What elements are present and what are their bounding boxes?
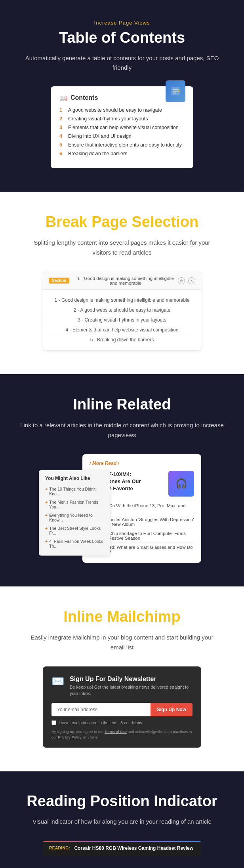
more-read-header: / More Read / (90, 461, 194, 466)
break-header-text: 1 - Good design is making something inte… (73, 276, 178, 286)
mailchimp-form-row: Sign Up Now (51, 703, 193, 716)
break-list-item-3: 3 - Creating visual rhythms in your layo… (50, 315, 194, 325)
section4-title: Inline Mailchimp (24, 608, 220, 625)
section2-subtitle: Splitting lengthy content into several p… (24, 238, 220, 258)
section3-subtitle: Link to a relevant articles in the middl… (16, 420, 228, 440)
break-icons: ⚙ ✕ (178, 277, 195, 284)
section5-subtitle: Visual indicator of how far along you ar… (16, 817, 228, 827)
mailchimp-terms: By signing up, you agree to our Terms of… (51, 729, 193, 740)
toc-num-6: 6 (59, 151, 65, 156)
sidebar-link-5[interactable]: 4! Paris Fashion Week Looks Th... (45, 537, 104, 550)
toc-items-list: 1 A good website should be easy to navig… (59, 107, 185, 156)
privacy-link[interactable]: Privacy Policy (58, 735, 81, 739)
toc-item-5: 5 Ensure that interactive elements are e… (59, 142, 185, 148)
mailchimp-email-input[interactable] (51, 703, 151, 716)
section-toc: Increase Page Views Table of Contents Au… (0, 0, 244, 192)
sidebar-widget-title: You Might Also Like (45, 476, 104, 481)
break-widget: Section 1 - Good design is making someth… (43, 272, 201, 350)
section-mailchimp: Inline Mailchimp Easily integrate Mailch… (0, 586, 244, 771)
toc-badge (166, 80, 185, 102)
sidebar-widget: You Might Also Like The 10 Things You Di… (39, 470, 110, 556)
break-list-item-2: 2 - A good website should be easy to nav… (50, 305, 194, 315)
toc-num-1: 1 (59, 107, 65, 113)
section-break: Break Page Selection Splitting lengthy c… (0, 192, 244, 374)
section4-subtitle: Easily integrate Mailchimp in your blog … (24, 632, 220, 653)
toc-item-1: 1 A good website should be easy to navig… (59, 107, 185, 113)
toc-label-6: Breaking down the barriers (68, 151, 127, 156)
mailchimp-widget: ✉️ Sign Up For Daily Newsletter Be keep … (43, 666, 201, 748)
toc-label-4: Diving into UX and UI design (68, 133, 132, 139)
reading-indicator: READING: Corsair HS80 RGB Wireless Gamin… (43, 841, 201, 856)
section1-title: Table of Contents (24, 30, 220, 46)
sidebar-link-2[interactable]: The Men's Fashion Trends You... (45, 498, 104, 511)
break-widget-body: 1 - Good design is making something inte… (43, 290, 201, 350)
book-icon: 📖 (59, 94, 67, 102)
toc-item-2: 2 Creating visual rhythms your layouts (59, 116, 185, 122)
sidebar-link-3[interactable]: Everything You Need to Know... (45, 511, 104, 524)
more-read-thumbnail: 🎧 (168, 471, 194, 497)
toc-item-6: 6 Breaking down the barriers (59, 151, 185, 156)
toc-item-4: 4 Diving into UX and UI design (59, 133, 185, 139)
section-related: Inline Related Link to a relevant articl… (0, 374, 244, 586)
toc-num-5: 5 (59, 142, 65, 148)
toc-item-3: 3 Elements that can help website visual … (59, 125, 185, 130)
break-badge: Section (49, 278, 69, 284)
break-icon-settings[interactable]: ⚙ (178, 277, 185, 284)
reading-label: READING: (49, 846, 70, 850)
section2-title: Break Page Selection (24, 214, 220, 230)
toc-num-4: 4 (59, 133, 65, 139)
toc-label-3: Elements that can help website visual co… (68, 125, 179, 130)
sidebar-link-4[interactable]: The Best Street Style Looks Fr... (45, 524, 104, 537)
eyebrow-text: Increase Page Views (24, 20, 220, 26)
break-list-item-1: 1 - Good design is making something inte… (50, 295, 194, 305)
section5-title: Reading Position Indicator (16, 793, 228, 810)
mailchimp-signup-button[interactable]: Sign Up Now (151, 703, 193, 716)
break-icon-close[interactable]: ✕ (188, 277, 195, 284)
sidebar-link-1[interactable]: The 10 Things You Didn't Kno... (45, 485, 104, 498)
mailchimp-checkbox-label: I have read and agree to the terms & con… (59, 721, 142, 725)
mailchimp-text-block: Sign Up For Daily Newsletter Be keep up!… (70, 675, 193, 697)
mailchimp-checkbox[interactable] (51, 720, 56, 725)
terms-link[interactable]: Terms of Use (105, 729, 127, 734)
toc-num-3: 3 (59, 125, 65, 130)
break-list-item-5: 5 - Breaking down the barriers (50, 335, 194, 345)
mailchimp-desc: Be keep up! Get the latest breaking news… (70, 684, 193, 697)
mailchimp-title: Sign Up For Daily Newsletter (70, 675, 193, 683)
mailchimp-header: ✉️ Sign Up For Daily Newsletter Be keep … (51, 675, 193, 697)
toc-widget-title: Contents (71, 94, 98, 101)
break-widget-header: Section 1 - Good design is making someth… (43, 272, 201, 290)
section1-subtitle: Automatically generate a table of conten… (24, 53, 220, 72)
reading-article-title: Corsair HS80 RGB Wireless Gaming Headset… (74, 845, 193, 851)
toc-label-1: A good website should be easy to navigat… (68, 107, 162, 113)
related-wrapper: You Might Also Like The 10 Things You Di… (43, 454, 201, 563)
toc-label-2: Creating visual rhythms your layouts (68, 116, 148, 122)
mailchimp-checkbox-row: I have read and agree to the terms & con… (51, 720, 193, 725)
toc-label-5: Ensure that interactive elements are eas… (68, 142, 182, 148)
toc-num-2: 2 (59, 116, 65, 122)
toc-widget: 📖 Contents 1 A good website should be ea… (51, 86, 193, 168)
section-reading: Reading Position Indicator Visual indica… (0, 771, 244, 868)
break-list-item-4: 4 - Elements that can help website visua… (50, 325, 194, 335)
mailchimp-icon: ✉️ (51, 675, 64, 687)
section3-title: Inline Related (16, 396, 228, 413)
mailchimp-terms-text: By signing up, you agree to our Terms of… (51, 729, 192, 739)
